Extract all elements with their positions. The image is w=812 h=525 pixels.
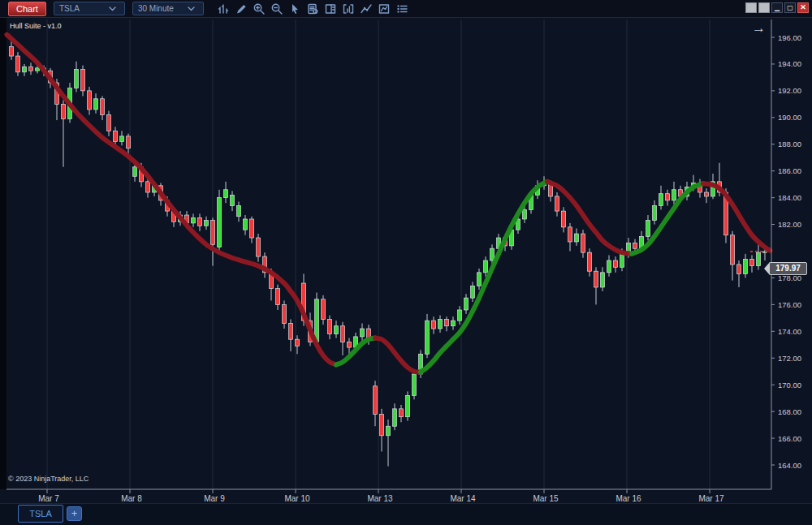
window-controls: ▁ ▢ ✕ bbox=[745, 2, 809, 13]
bar-type-icon[interactable] bbox=[342, 2, 356, 15]
svg-text:170.00: 170.00 bbox=[778, 381, 801, 389]
minimize-button[interactable]: ▁ bbox=[771, 2, 783, 13]
svg-text:186.00: 186.00 bbox=[778, 166, 801, 175]
chevron-down-icon bbox=[106, 2, 119, 15]
strategy-chart-icon[interactable] bbox=[378, 2, 391, 15]
zoom-out-icon[interactable] bbox=[270, 2, 284, 15]
svg-text:Mar 16: Mar 16 bbox=[615, 494, 641, 503]
report-icon[interactable] bbox=[306, 2, 320, 15]
close-button[interactable]: ✕ bbox=[797, 2, 809, 13]
svg-text:194.00: 194.00 bbox=[778, 59, 801, 68]
svg-text:176.00: 176.00 bbox=[778, 300, 801, 309]
symbol-value: TSLA bbox=[59, 4, 80, 13]
indicator-label: Hull Suite - v1.0 bbox=[10, 22, 62, 30]
last-price-tag: 179.97 bbox=[764, 262, 807, 275]
tab-tsla[interactable]: TSLA bbox=[18, 505, 63, 523]
chart-svg[interactable]: Mar 7Mar 8Mar 9Mar 10Mar 13Mar 14Mar 15M… bbox=[0, 18, 812, 503]
bottom-tab-bar: TSLA + bbox=[0, 503, 812, 525]
window-blank-button-1[interactable] bbox=[745, 2, 757, 13]
chevron-down-icon bbox=[184, 2, 198, 15]
svg-text:Mar 10: Mar 10 bbox=[284, 494, 310, 503]
svg-text:Mar 7: Mar 7 bbox=[38, 494, 59, 503]
maximize-button[interactable]: ▢ bbox=[784, 2, 796, 13]
chart-trader-icon[interactable] bbox=[324, 2, 338, 15]
svg-text:168.00: 168.00 bbox=[778, 407, 801, 416]
svg-text:Mar 8: Mar 8 bbox=[121, 494, 142, 503]
svg-text:184.00: 184.00 bbox=[778, 193, 801, 202]
go-to-latest-arrow-icon[interactable]: → bbox=[752, 21, 766, 36]
zoom-in-icon[interactable] bbox=[253, 2, 266, 15]
svg-text:Mar 14: Mar 14 bbox=[450, 494, 476, 503]
interval-value: 30 Minute bbox=[138, 4, 174, 13]
price-tag-value: 179.97 bbox=[769, 262, 807, 275]
draw-pencil-icon[interactable] bbox=[235, 2, 248, 15]
price-bars-icon[interactable] bbox=[217, 2, 231, 15]
toolbar-icons bbox=[217, 2, 409, 15]
svg-text:172.00: 172.00 bbox=[778, 354, 801, 363]
svg-text:190.00: 190.00 bbox=[778, 113, 801, 122]
add-tab-button[interactable]: + bbox=[67, 506, 82, 521]
interval-dropdown[interactable]: 30 Minute bbox=[132, 2, 204, 15]
svg-text:174.00: 174.00 bbox=[778, 327, 801, 336]
svg-text:182.00: 182.00 bbox=[778, 220, 801, 229]
svg-text:166.00: 166.00 bbox=[778, 434, 801, 443]
svg-text:Mar 15: Mar 15 bbox=[533, 494, 559, 503]
svg-text:188.00: 188.00 bbox=[778, 140, 801, 148]
properties-list-icon[interactable] bbox=[395, 2, 409, 15]
indicator-zigzag-icon[interactable] bbox=[360, 2, 374, 15]
chart-panel[interactable]: Mar 7Mar 8Mar 9Mar 10Mar 13Mar 14Mar 15M… bbox=[0, 18, 812, 503]
window-blank-button-2[interactable] bbox=[758, 2, 770, 13]
symbol-dropdown[interactable]: TSLA bbox=[54, 2, 125, 15]
toolbar: Chart TSLA 30 Minute bbox=[0, 0, 812, 18]
copyright-text: © 2023 NinjaTrader, LLC bbox=[8, 475, 89, 483]
svg-text:Mar 9: Mar 9 bbox=[204, 494, 225, 503]
cursor-icon[interactable] bbox=[288, 2, 302, 15]
chart-window: Chart TSLA 30 Minute bbox=[0, 0, 812, 525]
chart-tab[interactable]: Chart bbox=[8, 2, 46, 16]
svg-text:Mar 13: Mar 13 bbox=[367, 494, 393, 503]
svg-text:196.00: 196.00 bbox=[778, 33, 801, 42]
svg-text:164.00: 164.00 bbox=[778, 461, 801, 470]
svg-text:Mar 17: Mar 17 bbox=[698, 494, 724, 503]
svg-text:192.00: 192.00 bbox=[778, 86, 801, 95]
